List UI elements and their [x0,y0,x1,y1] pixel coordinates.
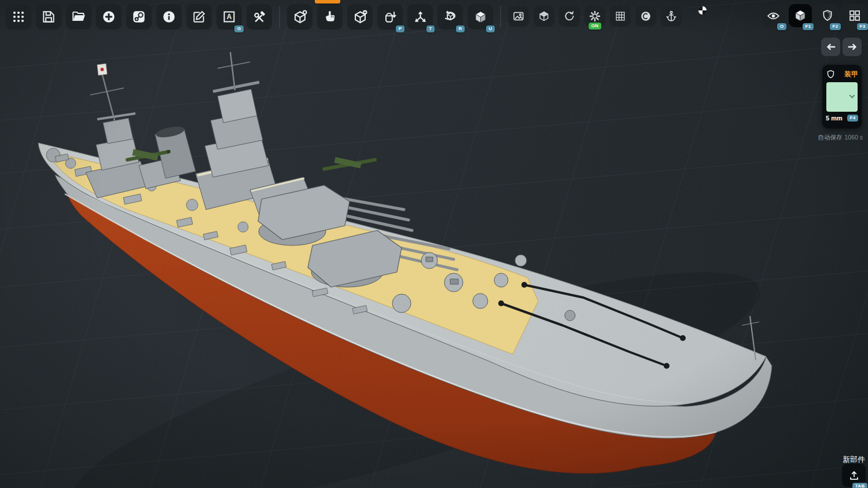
shortcut-badge: F3 [857,23,868,30]
shortcut-badge: TAB [852,483,867,488]
fisheye-circle-icon [639,10,652,23]
app-menu-icon [12,10,25,24]
shortcut-badge: G [234,25,244,32]
battleship-model[interactable] [38,52,778,488]
armor-panel-footer: 5 mm F4 [826,115,858,122]
add-block-button[interactable] [287,4,312,30]
toolbar-separator [279,6,280,28]
paint-tool-button[interactable]: P [377,4,403,30]
record-button[interactable] [635,6,656,27]
cube-icon [473,9,488,25]
anchor-button[interactable] [661,6,682,27]
screenshot-button[interactable] [508,6,529,27]
autosave-label: 自动保存 [818,134,842,141]
shortcut-badge: F2 [830,23,841,30]
cube-solid-icon [793,8,808,23]
autosave-status: 自动保存1060 s [818,134,863,142]
app-menu-button[interactable] [6,4,31,30]
armor-mode-button[interactable]: F2 [816,4,839,27]
edit-note-button[interactable] [186,4,212,30]
shortcut-badge: O [777,23,786,30]
toolbar-modes: O F1 F2 F3 [762,4,866,27]
next-button[interactable] [843,38,862,56]
shield-icon [826,69,836,80]
grid-snap-button[interactable] [610,6,631,27]
save-button[interactable] [36,4,61,30]
cube-plus-icon [292,9,308,25]
prev-button[interactable] [821,38,840,56]
axis-gizmo-icon [413,9,428,25]
shortcut-badge: R [456,25,465,32]
armor-panel-title: 装甲 [844,69,858,79]
steam-button[interactable] [126,4,152,30]
anchor-icon [665,10,678,23]
grid-icon [614,10,627,23]
blocks-mode-button[interactable]: F1 [789,4,812,27]
pencil-square-icon [192,9,207,24]
active-tool-indicator [315,0,340,3]
paint-bucket-icon [382,9,398,24]
visibility-button[interactable]: O [762,4,785,27]
armor-panel: 装甲 5 mm F4 [822,65,862,129]
armor-thickness-value: 5 mm [826,115,843,122]
steam-icon [131,9,146,24]
eye-icon [766,9,781,23]
svg-text:A: A [227,13,232,21]
shortcut-badge: T [426,25,435,32]
arrow-right-icon [847,43,858,51]
turntable-rotate-button[interactable] [559,6,580,27]
remove-block-button[interactable] [347,4,373,30]
shortcut-badge: F4 [847,115,858,122]
arrow-left-icon [826,43,836,51]
info-button[interactable] [156,4,182,30]
toolbar-separator [500,6,501,28]
pointing-hand-icon [322,9,337,24]
select-tool-button[interactable] [317,4,343,30]
translate-tool-button[interactable]: T [407,4,433,30]
cube-minus-icon [352,9,368,25]
rotate-tool-button[interactable]: R [437,4,463,30]
gear-icon [589,10,601,23]
shortcut-badge: F1 [803,23,814,30]
text-block-button[interactable]: A G [216,4,242,30]
autosave-value: 1060 s [844,134,863,141]
cube-outline-icon [538,10,550,23]
viewport-3d[interactable] [0,0,868,488]
center-of-mass-icon [697,5,708,16]
upload-icon [848,469,860,482]
floatplane [324,157,375,169]
armor-panel-header: 装甲 [826,68,858,80]
new-file-button[interactable] [96,4,122,30]
four-squares-icon [848,9,862,23]
shortcut-badge: P [396,25,404,32]
save-icon [41,9,56,24]
new-part-button[interactable]: TAB [842,464,866,487]
toggle-badge: ON [589,23,601,30]
plus-circle-icon [101,9,116,24]
rotate-cube-icon [443,9,458,25]
image-icon [512,10,525,23]
solid-view-button[interactable] [534,6,554,27]
rotate-arrow-icon [563,10,576,23]
app-window: A G [0,0,868,488]
toolbar-main: A G [6,4,682,30]
folder-icon [71,9,86,24]
armor-color-swatch[interactable] [826,82,858,112]
chevron-down-icon [848,93,856,100]
tools-button[interactable] [247,4,272,30]
shortcut-badge: U [486,25,495,32]
open-file-button[interactable] [66,4,91,30]
settings-button[interactable]: ON [584,6,605,27]
info-icon [161,9,176,24]
tools-icon [252,9,267,24]
letter-a-square-icon: A [222,9,237,24]
modules-mode-button[interactable]: F3 [843,4,866,27]
shield-icon [821,9,834,23]
block-tool-button[interactable]: U [468,4,493,30]
